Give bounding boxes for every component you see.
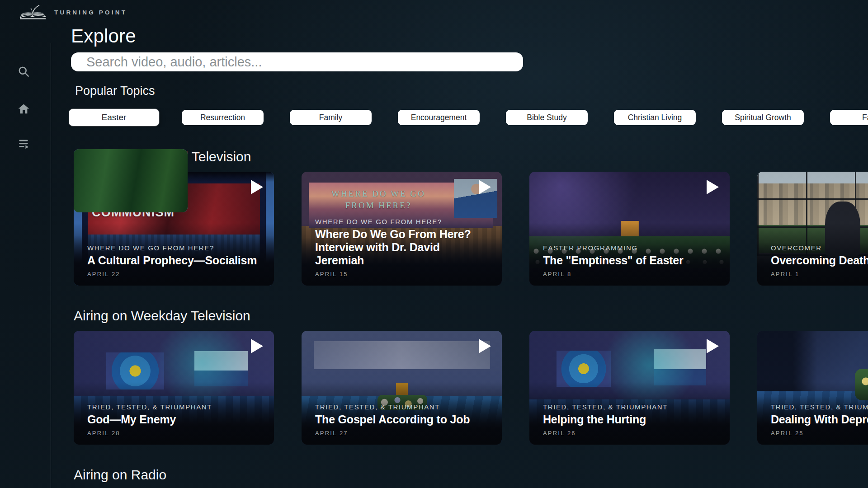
card-date: APRIL 22 — [87, 271, 267, 277]
card-date: APRIL 25 — [771, 430, 868, 436]
card-row: TRIED, TESTED, & TRIUMPHANT God—My Enemy… — [74, 331, 868, 445]
content-card[interactable]: TRIED, TESTED, & TRIUMPHANT God—My Enemy… — [74, 331, 274, 445]
card-eyebrow: TRIED, TESTED, & TRIUMPHANT — [543, 403, 722, 411]
card-date: APRIL 27 — [315, 430, 495, 436]
content-card[interactable]: TRIED, TESTED, & TRIUMPHANT The Gospel A… — [302, 331, 502, 445]
search-icon[interactable] — [15, 63, 32, 80]
card-meta: TRIED, TESTED, & TRIUMPHANT Helping the … — [543, 403, 722, 436]
logo-wordmark: TURNING POINT — [54, 9, 127, 16]
card-meta: WHERE DO WE GO FROM HERE? A Cultural Pro… — [87, 244, 267, 277]
card-date: APRIL 15 — [315, 271, 495, 277]
sections: Airing on Weekend Television SOCIALISMCO… — [74, 149, 868, 488]
topic-pill-resurrection[interactable]: Resurrection — [182, 110, 264, 125]
content-card[interactable]: TRIED, TESTED, & TRIUMPHANT Helping the … — [529, 331, 730, 445]
card-eyebrow: TRIED, TESTED, & TRIUMPHANT — [771, 403, 868, 411]
card-title: Dealing With Depress — [771, 413, 868, 426]
popular-topics-title: Popular Topics — [75, 84, 155, 98]
card-eyebrow: WHERE DO WE GO FROM HERE? — [315, 218, 495, 225]
card-meta: WHERE DO WE GO FROM HERE? Where Do We Go… — [315, 218, 495, 277]
card-title: God—My Enemy — [87, 413, 259, 426]
card-title: The Gospel According to Job — [315, 413, 487, 426]
card-eyebrow: EASTER PROGRAMMING — [543, 244, 722, 252]
topic-pill-spiritual-growth[interactable]: Spiritual Growth — [722, 110, 804, 125]
topic-pills-row: EasterResurrectionFamilyEncouragementBib… — [69, 108, 868, 127]
topic-pill-family[interactable]: Family — [290, 110, 372, 125]
card-eyebrow: OVERCOMER — [771, 244, 868, 252]
search-input[interactable] — [71, 52, 523, 71]
topic-pill-easter[interactable]: Easter — [69, 109, 159, 126]
topic-pill-bible-study[interactable]: Bible Study — [506, 110, 588, 125]
card-title: Helping the Hurting — [543, 413, 715, 426]
card-meta: TRIED, TESTED, & TRIUMPHANT The Gospel A… — [315, 403, 495, 436]
content-card[interactable]: OVERCOMER Overcoming Death W APRIL 1 — [757, 172, 868, 286]
section-title: Airing on Weekend Television — [74, 149, 868, 164]
home-icon[interactable] — [15, 100, 32, 117]
content-card[interactable]: TRIED, TESTED, & TRIUMPHANT Dealing With… — [757, 331, 868, 445]
card-date: APRIL 8 — [543, 271, 722, 277]
card-eyebrow: WHERE DO WE GO FROM HERE? — [87, 244, 267, 252]
card-meta: TRIED, TESTED, & TRIUMPHANT Dealing With… — [771, 403, 868, 436]
content-section: Airing on Weekday Television TRIED, TEST… — [74, 308, 868, 445]
topic-pill-faith[interactable]: Faith — [830, 110, 868, 125]
card-meta: EASTER PROGRAMMING The "Emptiness" of Ea… — [543, 244, 722, 277]
page-title: Explore — [71, 25, 136, 47]
card-title: Overcoming Death W — [771, 254, 868, 267]
card-title: Where Do We Go From Here? Interview with… — [315, 228, 487, 267]
topic-pill-christian-living[interactable]: Christian Living — [614, 110, 696, 125]
card-date: APRIL 28 — [87, 430, 267, 436]
card-title: A Cultural Prophecy—Socialism — [87, 254, 259, 267]
card-row: SOCIALISMCOMMUNISM WHERE DO WE GO FROM H… — [74, 172, 868, 286]
sidebar — [0, 0, 51, 488]
content-card[interactable]: EASTER PROGRAMMING The "Emptiness" of Ea… — [529, 172, 730, 286]
card-meta: OVERCOMER Overcoming Death W APRIL 1 — [771, 244, 868, 277]
card-date: APRIL 26 — [543, 430, 722, 436]
playlist-icon[interactable] — [15, 136, 32, 152]
card-eyebrow: TRIED, TESTED, & TRIUMPHANT — [87, 403, 267, 411]
card-date: APRIL 1 — [771, 271, 868, 277]
section-title: Airing on Radio — [74, 467, 868, 483]
card-meta: TRIED, TESTED, & TRIUMPHANT God—My Enemy… — [87, 403, 267, 436]
card-title: The "Emptiness" of Easter — [543, 254, 715, 267]
topic-pill-encouragement[interactable]: Encouragement — [398, 110, 480, 125]
section-title: Airing on Weekday Television — [74, 308, 868, 324]
card-eyebrow: TRIED, TESTED, & TRIUMPHANT — [315, 403, 495, 411]
content-section: Airing on Radio — [74, 467, 868, 488]
content-card[interactable]: WHERE DO WE GOFROM HERE? WHERE DO WE GO … — [302, 172, 502, 286]
content-section: Airing on Weekend Television SOCIALISMCO… — [74, 149, 868, 286]
sidebar-divider — [51, 43, 51, 488]
